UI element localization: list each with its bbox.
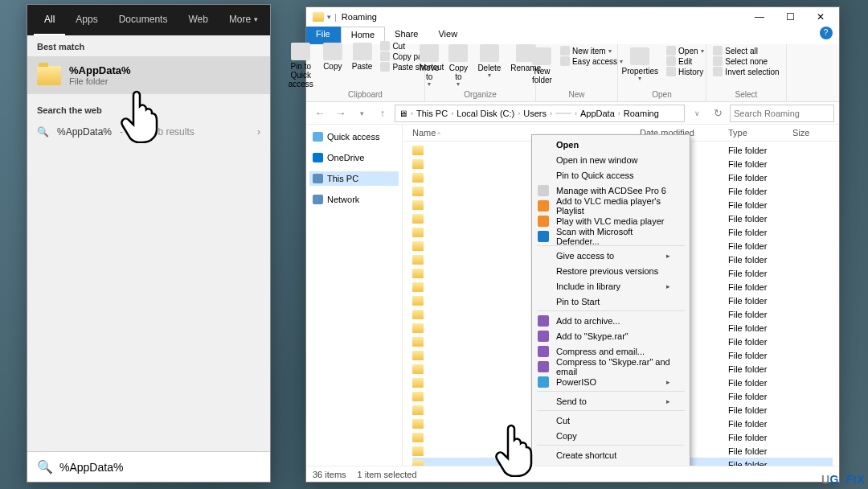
ctx-add-archive[interactable]: Add to archive...	[534, 313, 688, 328]
result-title: %AppData%	[69, 64, 131, 76]
search-icon: 🔍	[37, 126, 49, 138]
recent-button[interactable]: ▾	[353, 105, 371, 122]
ctx-defender[interactable]: Scan with Microsoft Defender...	[534, 228, 688, 244]
hidden-user-segment[interactable]	[555, 113, 571, 114]
copy-to-button[interactable]: Copy to▾	[444, 43, 473, 90]
edit-button[interactable]: Edit	[666, 56, 703, 66]
start-tab-apps[interactable]: Apps	[65, 5, 108, 35]
network-icon	[313, 195, 323, 204]
folder-icon	[37, 66, 61, 85]
select-all-button[interactable]: Select all	[713, 46, 779, 55]
ctx-pin-quick[interactable]: Pin to Quick access	[534, 167, 688, 183]
ctx-restore[interactable]: Restore previous versions	[534, 263, 688, 278]
delete-button[interactable]: Delete▾	[473, 43, 506, 81]
folder-icon	[412, 173, 424, 183]
ctx-include-lib[interactable]: Include in library▸	[534, 278, 688, 294]
back-button[interactable]: ←	[311, 105, 329, 122]
select-none-button[interactable]: Select none	[713, 56, 779, 66]
start-search-box[interactable]: 🔍	[27, 451, 270, 482]
new-folder-button[interactable]: New folder	[527, 46, 557, 86]
ctx-vlc-add[interactable]: Add to VLC media player's Playlist	[534, 198, 688, 213]
folder-icon	[412, 392, 424, 401]
folder-icon	[412, 364, 424, 374]
archive-icon	[538, 315, 549, 327]
titlebar[interactable]: ▾ | Roaming — ☐ ✕	[306, 7, 839, 27]
address-dropdown[interactable]: ∨	[688, 105, 706, 122]
ctx-poweriso[interactable]: PowerISO▸	[534, 374, 688, 389]
poweriso-icon	[538, 376, 549, 388]
open-button[interactable]: Open▾	[666, 46, 703, 55]
archive-icon	[538, 346, 549, 357]
history-button[interactable]: History	[666, 67, 703, 76]
copy-button[interactable]: Copy	[318, 41, 347, 72]
nav-quick-access[interactable]: Quick access	[309, 129, 399, 144]
chevron-right-icon: ▸	[666, 397, 670, 405]
folder-icon	[412, 337, 424, 347]
refresh-button[interactable]: ↻	[709, 105, 727, 122]
web-result[interactable]: 🔍 %AppData% - See web results ›	[27, 120, 270, 144]
search-web-label: Search the web	[27, 94, 270, 120]
start-tab-all[interactable]: All	[34, 5, 65, 35]
nav-network[interactable]: Network	[309, 192, 399, 207]
chevron-right-icon: ▸	[666, 252, 670, 260]
pc-icon: 🖥	[399, 109, 407, 118]
search-input[interactable]	[59, 461, 260, 474]
start-tabs: All Apps Documents Web More▾	[27, 5, 270, 35]
nav-pane: Quick access OneDrive This PC Network	[306, 125, 403, 466]
maximize-button[interactable]: ☐	[775, 8, 805, 26]
archive-icon	[538, 331, 549, 342]
ctx-cut[interactable]: Cut	[534, 413, 688, 428]
folder-icon	[412, 323, 424, 333]
close-button[interactable]: ✕	[805, 8, 836, 26]
vlc-icon	[538, 216, 549, 227]
breadcrumb[interactable]: 🖥› This PC› Local Disk (C:)› Users› › Ap…	[395, 105, 685, 122]
help-button[interactable]: ?	[820, 27, 833, 39]
folder-icon	[412, 310, 424, 319]
ctx-open[interactable]: Open	[534, 137, 688, 152]
move-to-button[interactable]: Move to▾	[415, 43, 444, 90]
ctx-delete[interactable]: Delete	[534, 462, 688, 466]
ctx-send-to[interactable]: Send to▸	[534, 393, 688, 409]
folder-icon	[412, 378, 424, 388]
window-title: Roaming	[342, 12, 377, 22]
best-match-label: Best match	[27, 35, 270, 56]
ctx-pin-start[interactable]: Pin to Start	[534, 294, 688, 309]
cloud-icon	[313, 153, 323, 162]
pin-quick-button[interactable]: Pin to Quick access	[284, 41, 318, 90]
file-list: Name^ Date modified Type Size 9 9:14 PMF…	[403, 125, 839, 466]
star-icon	[313, 132, 323, 142]
start-tab-more[interactable]: More▾	[219, 5, 268, 35]
folder-icon	[412, 214, 424, 224]
ctx-add-skype-rar[interactable]: Add to "Skype.rar"	[534, 328, 688, 343]
ctx-copy[interactable]: Copy	[534, 428, 688, 443]
address-bar: ← → ▾ ↑ 🖥› This PC› Local Disk (C:)› Use…	[306, 102, 839, 125]
new-item-button[interactable]: New item▾	[560, 46, 623, 55]
explorer-search-input[interactable]	[730, 105, 834, 122]
folder-icon	[313, 12, 324, 22]
acdsee-icon	[538, 185, 549, 196]
ctx-create-shortcut[interactable]: Create shortcut	[534, 447, 688, 462]
folder-icon	[412, 228, 424, 237]
nav-onedrive[interactable]: OneDrive	[309, 150, 399, 165]
up-button[interactable]: ↑	[374, 105, 391, 122]
ctx-open-new-window[interactable]: Open in new window	[534, 152, 688, 167]
easy-access-button[interactable]: Easy access▾	[560, 56, 623, 66]
best-match-result[interactable]: %AppData% File folder	[27, 56, 270, 94]
archive-icon	[538, 361, 549, 372]
shield-icon	[538, 231, 549, 242]
pc-icon	[313, 174, 323, 183]
folder-icon	[412, 282, 424, 292]
forward-button[interactable]: →	[332, 105, 350, 122]
properties-button[interactable]: Properties▾	[616, 46, 663, 84]
explorer-window: ▾ | Roaming — ☐ ✕ File Home Share View ?…	[305, 6, 840, 483]
paste-button[interactable]: Paste	[347, 41, 378, 72]
invert-selection-button[interactable]: Invert selection	[713, 67, 779, 76]
ctx-compress-skype-email[interactable]: Compress to "Skype.rar" and email	[534, 359, 688, 374]
start-tab-documents[interactable]: Documents	[108, 5, 178, 35]
nav-this-pc[interactable]: This PC	[309, 171, 399, 186]
start-tab-web[interactable]: Web	[178, 5, 218, 35]
minimize-button[interactable]: —	[744, 8, 775, 26]
down-arrow-icon[interactable]: ▾	[327, 13, 331, 21]
ctx-give-access[interactable]: Give access to▸	[534, 248, 688, 263]
folder-icon	[412, 255, 424, 265]
